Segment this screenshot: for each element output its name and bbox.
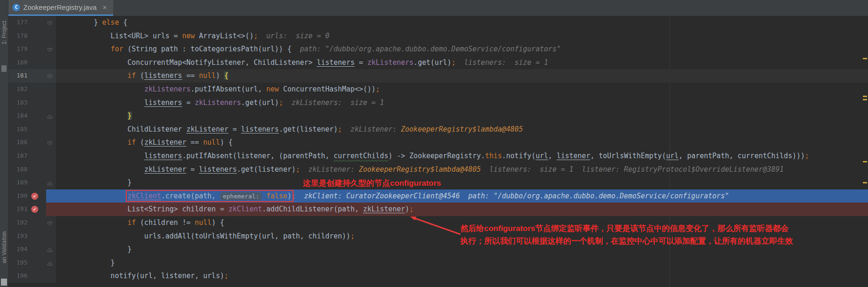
code-token: ) { — [212, 218, 224, 227]
code-line-191[interactable]: 191✔ List<String> children = zkClient.ad… — [8, 203, 868, 216]
code-text[interactable]: for (String path : toCategoriesPath(url)… — [56, 42, 868, 56]
line-number: 182 — [8, 83, 27, 96]
gutter[interactable]: 184 — [8, 109, 56, 123]
gutter[interactable]: 196 — [8, 269, 56, 283]
code-text[interactable]: } — [56, 243, 868, 256]
gutter[interactable]: 177 — [8, 16, 56, 29]
gutter[interactable]: 190✔ — [8, 189, 56, 203]
code-token: listeners — [199, 165, 237, 174]
gutter[interactable]: 181 — [8, 69, 56, 83]
code-line-184[interactable]: 184 } — [8, 109, 868, 123]
code-token: ; — [338, 125, 342, 133]
code-token: listeners — [144, 71, 182, 80]
code-token: == — [182, 71, 199, 80]
code-token: else — [102, 18, 119, 27]
code-line-193[interactable]: 193 urls.addAll(toUrlsWithEmpty(url, pat… — [8, 230, 868, 243]
code-token: , toUrlsWithEmpty( — [590, 152, 666, 160]
stripe-button-project[interactable]: 1: Project — [0, 14, 8, 52]
fold-marker-icon[interactable] — [47, 220, 53, 225]
code-line-178[interactable]: 178 List<URL> urls = new ArrayList<>(); … — [8, 29, 868, 43]
gutter[interactable]: 185 — [8, 123, 56, 136]
code-token: } — [60, 178, 132, 187]
code-text[interactable]: zkListener = listeners.get(listener); zk… — [56, 163, 868, 176]
gutter[interactable]: 182 — [8, 83, 56, 96]
gutter[interactable]: 191✔ — [8, 203, 56, 216]
code-token: for — [110, 45, 123, 53]
code-token: ; — [224, 272, 228, 280]
code-text[interactable]: List<String> children = zkClient.addChil… — [56, 203, 868, 216]
code-text[interactable]: List<URL> urls = new ArrayList<>(); urls… — [56, 29, 868, 43]
code-line-188[interactable]: 188 zkListener = listeners.get(listener)… — [8, 163, 868, 176]
code-line-189[interactable]: 189 } — [8, 176, 868, 189]
gutter[interactable]: 194 — [8, 243, 56, 256]
line-number: 180 — [8, 56, 27, 70]
code-token: ; — [805, 152, 809, 160]
code-line-177[interactable]: 177 } else { — [8, 16, 868, 29]
line-number: 186 — [8, 136, 27, 149]
code-text[interactable]: if (children != null) { — [56, 216, 868, 230]
code-line-181[interactable]: 181 if (listeners == null) { — [8, 69, 868, 83]
gutter[interactable]: 188 — [8, 163, 56, 176]
code-text[interactable]: if (zkListener == null) { — [56, 136, 868, 149]
code-line-187[interactable]: 187 listeners.putIfAbsent(listener, (par… — [8, 149, 868, 163]
code-text[interactable]: } — [56, 176, 868, 189]
fold-marker-icon[interactable] — [47, 140, 53, 145]
code-line-190[interactable]: 190✔ zkClient.create(path, ephemeral: fa… — [8, 189, 868, 203]
line-number: 195 — [8, 256, 27, 270]
code-text[interactable]: } — [56, 256, 868, 270]
code-text[interactable]: listeners.putIfAbsent(listener, (parentP… — [56, 149, 868, 163]
code-token: ) -> ZookeeperRegistry. — [388, 152, 485, 160]
gutter[interactable]: 193 — [8, 230, 56, 243]
gutter[interactable]: 178 — [8, 29, 56, 43]
fold-marker-icon[interactable] — [47, 46, 53, 52]
code-editor[interactable]: 177 } else {178 List<URL> urls = new Arr… — [8, 16, 868, 287]
fold-marker-icon[interactable] — [47, 260, 53, 266]
code-token: } — [60, 18, 102, 27]
gutter[interactable]: 180 — [8, 56, 56, 70]
fold-marker-icon[interactable] — [47, 246, 53, 252]
fold-marker-icon[interactable] — [47, 73, 53, 78]
code-token: .putIfAbsent(listener, (parentPath, — [182, 152, 334, 160]
code-line-186[interactable]: 186 if (zkListener == null) { — [8, 136, 868, 149]
code-text[interactable]: ChildListener zkListener = listeners.get… — [56, 123, 868, 136]
stripe-button-validation[interactable]: an Validation — [0, 224, 8, 270]
gutter[interactable]: 187 — [8, 149, 56, 163]
code-token: ArrayList<>() — [195, 32, 253, 40]
code-text[interactable]: if (listeners == null) { — [56, 69, 868, 83]
code-text[interactable]: } — [56, 109, 868, 123]
breakpoint-icon[interactable]: ✔ — [31, 193, 38, 200]
code-text[interactable]: } else { — [56, 16, 868, 29]
fold-marker-icon[interactable] — [47, 113, 53, 119]
code-line-179[interactable]: 179 for (String path : toCategoriesPath(… — [8, 42, 868, 56]
code-text[interactable]: listeners = zkListeners.get(url); zkList… — [56, 96, 868, 110]
breakpoint-icon[interactable]: ✔ — [31, 206, 38, 213]
editor-tab-zookeeperregistry[interactable]: C ZookeeperRegistry.java × — [8, 0, 113, 16]
code-token: ; — [292, 192, 296, 200]
code-line-195[interactable]: 195 } — [8, 256, 868, 270]
code-line-180[interactable]: 180 ConcurrentMap<NotifyListener, ChildL… — [8, 56, 868, 70]
fold-marker-icon[interactable] — [47, 180, 53, 185]
code-text[interactable]: notify(url, listener, urls); — [56, 269, 868, 283]
code-line-192[interactable]: 192 if (children != null) { — [8, 216, 868, 230]
code-line-182[interactable]: 182 zkListeners.putIfAbsent(url, new Con… — [8, 83, 868, 96]
gutter[interactable]: 189 — [8, 176, 56, 189]
code-text[interactable]: zkListeners.putIfAbsent(url, new Concurr… — [56, 83, 868, 96]
gutter[interactable]: 186 — [8, 136, 56, 149]
code-line-185[interactable]: 185 ChildListener zkListener = listeners… — [8, 123, 868, 136]
fold-marker-icon[interactable] — [47, 20, 53, 25]
gutter[interactable]: 183 — [8, 96, 56, 110]
code-token: listener — [557, 152, 590, 160]
code-line-196[interactable]: 196 notify(url, listener, urls); — [8, 269, 868, 283]
gutter[interactable]: 192 — [8, 216, 56, 230]
code-token: listeners: size = 1 — [456, 58, 548, 67]
code-token: ConcurrentMap<NotifyListener, ChildListe… — [60, 58, 317, 67]
tab-close-icon[interactable]: × — [103, 3, 107, 11]
code-text[interactable]: ConcurrentMap<NotifyListener, ChildListe… — [56, 56, 868, 70]
gutter[interactable]: 179 — [8, 42, 56, 56]
code-line-183[interactable]: 183 listeners = zkListeners.get(url); zk… — [8, 96, 868, 110]
code-text[interactable]: urls.addAll(toUrlsWithEmpty(url, path, c… — [56, 230, 868, 243]
code-text[interactable]: zkClient.create(path, ephemeral: false);… — [56, 189, 868, 203]
code-line-194[interactable]: 194 } — [8, 243, 868, 256]
code-token: ChildListener — [60, 125, 186, 133]
gutter[interactable]: 195 — [8, 256, 56, 270]
